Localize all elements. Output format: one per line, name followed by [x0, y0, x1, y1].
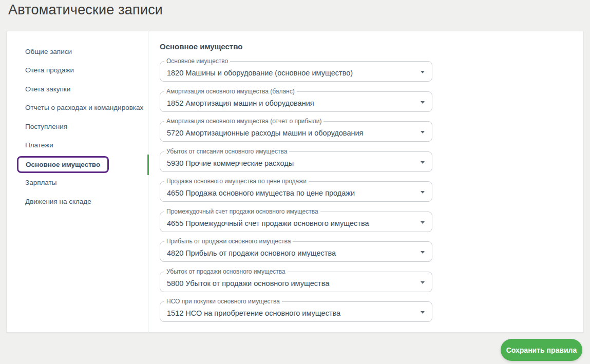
- field-label: Основное имущество: [164, 58, 230, 65]
- field-value: 1820 Машины и оборудование (основное иму…: [167, 69, 353, 77]
- field-label: Убыток от списания основного имущества: [164, 148, 289, 156]
- sidebar: Общие записи Счета продажи Счета закупки…: [7, 31, 148, 332]
- sidebar-item-purchase-invoices[interactable]: Счета закупки: [25, 84, 70, 94]
- depreciation-balance-dropdown[interactable]: Амортизация основного имущества (баланс)…: [160, 91, 432, 112]
- chevron-down-icon: [421, 281, 425, 284]
- field-label: Промежудочный счет продажи основного иму…: [164, 208, 320, 216]
- chevron-down-icon: [421, 101, 425, 104]
- field-label: Амортизация основного имущества (баланс): [164, 88, 297, 95]
- sidebar-item-expense-reports[interactable]: Отчеты о расходах и командировках: [25, 103, 143, 113]
- sidebar-item-payments[interactable]: Платежи: [25, 140, 53, 150]
- depreciation-pl-dropdown[interactable]: Амортизация основного имущества (отчет о…: [160, 121, 432, 142]
- sale-profit-dropdown[interactable]: Прибыль от продажи основного имущества 4…: [160, 241, 432, 262]
- settings-panel: Общие записи Счета продажи Счета закупки…: [6, 31, 584, 333]
- chevron-down-icon: [421, 71, 425, 73]
- field-value: 4650 Продажа основного имущества по цене…: [167, 189, 355, 197]
- field-value: 5930 Прочие коммерческие расходы: [167, 159, 294, 167]
- field-value: 5720 Амортизационные расходы машин и обо…: [167, 129, 363, 137]
- fixed-asset-account-dropdown[interactable]: Основное имущество 1820 Машины и оборудо…: [160, 61, 432, 82]
- sidebar-item-fixed-assets[interactable]: Основное имущество: [17, 156, 109, 173]
- sidebar-item-general-entries[interactable]: Общие записи: [25, 47, 72, 57]
- sidebar-item-sales-invoices[interactable]: Счета продажи: [25, 65, 74, 75]
- field-label: НСО при покупки основного имущества: [164, 298, 282, 305]
- chevron-down-icon: [421, 311, 425, 314]
- page-title: Автоматические записи: [8, 2, 163, 18]
- field-value: 1852 Амортизация машин и оборудования: [167, 99, 314, 107]
- sale-price-dropdown[interactable]: Продажа основного имущества по цене прод…: [160, 181, 432, 202]
- field-value: 5800 Убыток от продажи основного имущест…: [167, 279, 329, 288]
- chevron-down-icon: [421, 161, 425, 164]
- writeoff-loss-dropdown[interactable]: Убыток от списания основного имущества 5…: [160, 151, 432, 172]
- interim-sale-account-dropdown[interactable]: Промежудочный счет продажи основного иму…: [160, 212, 432, 232]
- field-value: 1512 НСО на приобретение основного имуще…: [167, 309, 340, 317]
- save-rules-button[interactable]: Сохранить правила: [501, 339, 582, 361]
- chevron-down-icon: [421, 131, 425, 133]
- chevron-down-icon: [421, 251, 425, 254]
- field-value: 4820 Прибыль от продажи основного имущес…: [167, 249, 336, 257]
- field-value: 4655 Промежудочный счет продажи основног…: [167, 219, 369, 227]
- content-heading: Основное имущество: [160, 42, 242, 51]
- field-label: Амортизация основного имущества (отчет о…: [164, 118, 323, 125]
- sidebar-item-stock-movements[interactable]: Движения на складе: [25, 197, 91, 207]
- chevron-down-icon: [421, 221, 425, 224]
- sidebar-item-receipts[interactable]: Поступления: [25, 122, 67, 132]
- automatic-entries-page: Автоматические записи Общие записи Счета…: [0, 0, 590, 364]
- field-label: Убыток от продажи основного имущества: [164, 268, 288, 276]
- sale-loss-dropdown[interactable]: Убыток от продажи основного имущества 58…: [160, 272, 432, 292]
- sidebar-item-salaries[interactable]: Зарплаты: [25, 178, 56, 188]
- purchase-vat-dropdown[interactable]: НСО при покупки основного имущества 1512…: [160, 301, 432, 322]
- selected-item-accent-bar: [147, 155, 149, 175]
- chevron-down-icon: [421, 191, 425, 194]
- field-label: Прибыль от продажи основного имущества: [164, 238, 293, 245]
- field-label: Продажа основного имущества по цене прод…: [164, 178, 309, 185]
